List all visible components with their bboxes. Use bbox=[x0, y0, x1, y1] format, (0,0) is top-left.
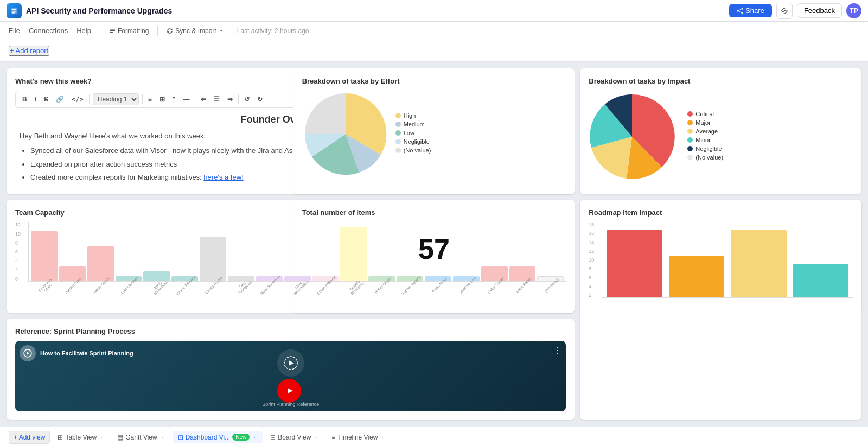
legend-major: Major bbox=[687, 119, 723, 126]
legend-label-high: High bbox=[404, 112, 416, 119]
gantt-icon: ▤ bbox=[117, 434, 123, 441]
hr-button[interactable]: — bbox=[181, 94, 192, 104]
legend-label-novalue: (No value) bbox=[404, 147, 431, 154]
bullet-list-button[interactable]: ≡ bbox=[146, 94, 154, 104]
legend-medium: Medium bbox=[395, 121, 431, 128]
legend-minor: Minor bbox=[687, 137, 723, 143]
legend-high: High bbox=[395, 112, 431, 119]
svg-rect-11 bbox=[110, 32, 113, 33]
redo-button[interactable]: ↻ bbox=[255, 94, 265, 104]
link-button-editor[interactable]: 🔗 bbox=[54, 94, 66, 104]
toolbar-divider-3 bbox=[195, 94, 195, 104]
svg-rect-10 bbox=[110, 30, 115, 31]
table-icon: ⊞ bbox=[58, 434, 63, 441]
dashboard: What's new this week? B I S 🔗 </> Headin… bbox=[0, 62, 868, 427]
tab-chevron bbox=[99, 435, 104, 440]
legend-dot-minor bbox=[687, 137, 693, 143]
quote-button[interactable]: " bbox=[170, 94, 178, 104]
timeline-icon: ≡ bbox=[331, 434, 335, 441]
roadmap-chart: 18 16 14 12 10 8 6 4 2 bbox=[589, 222, 853, 298]
add-report-button[interactable]: + Add report bbox=[9, 46, 49, 56]
undo-button[interactable]: ↺ bbox=[242, 94, 252, 104]
tab-gantt-view[interactable]: ▤ Gantt View bbox=[112, 431, 170, 443]
tab-dashboard-view[interactable]: ⊡ Dashboard Vi... New bbox=[173, 431, 263, 443]
svg-rect-3 bbox=[12, 12, 15, 14]
align-center-button[interactable]: ☰ bbox=[212, 94, 222, 104]
legend-critical: Critical bbox=[687, 111, 723, 117]
video-title-text: How to Facilitate Sprint Planning bbox=[40, 350, 133, 357]
code-button[interactable]: </> bbox=[69, 94, 86, 104]
legend-label-negligible: Negligible bbox=[404, 138, 430, 145]
bold-button[interactable]: B bbox=[20, 94, 29, 104]
italic-button[interactable]: I bbox=[33, 94, 39, 104]
ordered-list-button[interactable]: ⊞ bbox=[157, 94, 167, 104]
tab-chevron-board bbox=[313, 435, 318, 440]
tab-board-view[interactable]: ⊟ Board View bbox=[265, 431, 324, 443]
board-icon: ⊟ bbox=[270, 434, 276, 441]
toolbar-divider-4 bbox=[238, 94, 239, 104]
y-axis: 12 10 8 6 4 2 0 bbox=[15, 222, 21, 282]
svg-line-7 bbox=[738, 9, 742, 11]
x-axis-labels: Samantha Chan Jordan Patel Aisha Green L… bbox=[28, 283, 566, 304]
feedback-button[interactable]: Feedback bbox=[797, 3, 842, 18]
legend-neg-impact: Negligible bbox=[687, 145, 723, 152]
bar-isabella bbox=[340, 227, 367, 281]
add-report-bar: + Add report bbox=[0, 40, 868, 62]
sync-menu[interactable]: Sync & Import bbox=[167, 27, 224, 35]
align-right-button[interactable]: ➡ bbox=[225, 94, 235, 104]
legend-label-critical: Critical bbox=[695, 111, 714, 117]
strikethrough-button[interactable]: S bbox=[42, 94, 50, 104]
new-badge: New bbox=[232, 434, 250, 441]
avatar: TP bbox=[846, 3, 861, 18]
roadmap-card: Roadmap Item Impact 18 16 14 12 10 8 6 4… bbox=[580, 200, 861, 420]
impact-chart-card: Breakdown of tasks by Impact bbox=[580, 68, 861, 194]
video-play-button[interactable] bbox=[277, 379, 301, 403]
formatting-menu[interactable]: Formatting bbox=[109, 27, 149, 35]
app-logo bbox=[7, 3, 22, 18]
tab-chevron-gantt bbox=[159, 435, 165, 440]
legend-label-neg-impact: Negligible bbox=[695, 145, 722, 152]
effort-pie-svg bbox=[302, 91, 389, 177]
legend-label-medium: Medium bbox=[404, 121, 425, 128]
menu-file[interactable]: File bbox=[9, 27, 20, 35]
legend-dot-critical bbox=[687, 111, 693, 117]
legend-label-average: Average bbox=[695, 128, 718, 135]
bar-samantha bbox=[31, 231, 58, 281]
tab-table-view[interactable]: ⊞ Table View bbox=[52, 431, 110, 443]
bullet-link[interactable]: here's a few! bbox=[203, 173, 243, 181]
dashboard-icon: ⊡ bbox=[178, 434, 183, 441]
menu-bar: File Connections Help Formatting Sync & … bbox=[0, 22, 868, 40]
menu-help[interactable]: Help bbox=[76, 27, 91, 35]
legend-dot-medium bbox=[395, 122, 401, 127]
roadmap-y-axis: 18 16 14 12 10 8 6 4 2 bbox=[589, 222, 594, 298]
impact-legend: Critical Major Average Minor Negligible bbox=[687, 111, 723, 163]
capacity-chart-container: 12 10 8 6 4 2 0 bbox=[15, 222, 566, 304]
legend-negligible: Negligible bbox=[395, 138, 431, 145]
toolbar-divider bbox=[89, 94, 90, 104]
effort-chart-wrapper: High Medium Low Negligible (No value) bbox=[302, 91, 566, 177]
tab-timeline-view[interactable]: ≡ Timeline View bbox=[326, 431, 391, 443]
top-bar: API Security and Performance Upgrades Sh… bbox=[0, 0, 868, 22]
bar-chart-area bbox=[28, 222, 566, 282]
align-left-button[interactable]: ⬅ bbox=[199, 94, 208, 104]
heading-select[interactable]: Heading 1 Heading 2 Normal bbox=[93, 93, 139, 105]
svg-line-8 bbox=[738, 11, 742, 13]
link-button[interactable] bbox=[776, 3, 793, 19]
legend-dot-negligible bbox=[395, 139, 401, 144]
legend-dot-high bbox=[395, 113, 401, 118]
tab-chevron-timeline bbox=[380, 435, 385, 440]
add-view-button[interactable]: + Add view bbox=[9, 431, 50, 444]
share-button[interactable]: Share bbox=[729, 4, 772, 17]
legend-dot-low bbox=[395, 130, 401, 136]
effort-chart-card: Breakdown of tasks by Effort bbox=[293, 68, 575, 194]
total-items-title: Total number of items bbox=[302, 208, 375, 217]
legend-novalue-impact: (No value) bbox=[687, 154, 723, 161]
impact-pie-svg bbox=[589, 91, 681, 183]
video-menu-button[interactable]: ⋮ bbox=[553, 345, 561, 355]
last-activity: Last activity: 2 hours ago bbox=[237, 27, 309, 35]
menu-connections[interactable]: Connections bbox=[29, 27, 68, 35]
menu-divider-2 bbox=[157, 26, 158, 36]
legend-label-novalue-impact: (No value) bbox=[695, 154, 723, 161]
legend-dot-novalue bbox=[395, 148, 401, 153]
toolbar-divider-2 bbox=[142, 94, 143, 104]
